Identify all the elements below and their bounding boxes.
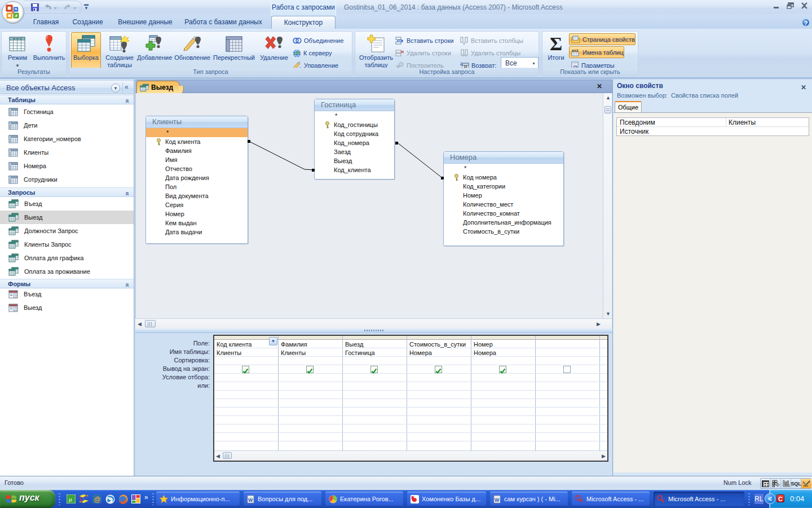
svg-text:W: W bbox=[248, 497, 253, 503]
svg-text:XYZ: XYZ bbox=[572, 49, 579, 52]
svg-text:W: W bbox=[495, 497, 500, 503]
svg-text:μ: μ bbox=[69, 496, 72, 502]
svg-text:@: @ bbox=[94, 496, 101, 503]
